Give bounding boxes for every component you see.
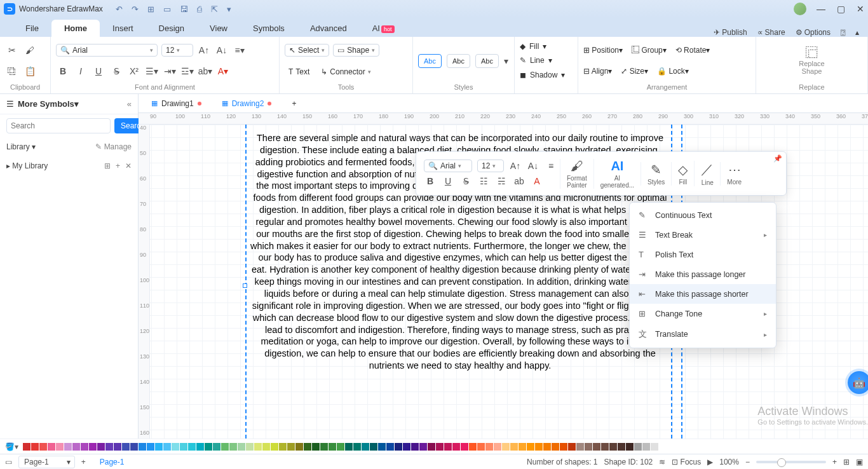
ft-line[interactable]: ／Line (694, 161, 720, 186)
add-page-button[interactable]: + (81, 458, 86, 466)
color-swatch[interactable] (585, 443, 592, 451)
ft-strike-icon[interactable]: S̶ (459, 175, 472, 187)
color-swatch[interactable] (535, 443, 543, 451)
ft-ai-generated[interactable]: AIAI generated... (593, 159, 641, 189)
page-name[interactable]: Page-1 (100, 458, 125, 466)
ai-change-tone[interactable]: ⊞Change Tone▸ (630, 304, 776, 323)
more-symbols-label[interactable]: More Symbols▾ (18, 99, 79, 109)
color-swatch[interactable] (593, 443, 600, 451)
color-swatch[interactable] (642, 443, 650, 451)
color-swatch[interactable] (304, 443, 311, 451)
color-swatch[interactable] (147, 443, 154, 451)
color-swatch[interactable] (436, 443, 444, 451)
color-swatch[interactable] (105, 443, 113, 451)
color-swatch[interactable] (130, 443, 138, 451)
font-family-dropdown[interactable]: 🔍 Arial▾ (56, 44, 158, 57)
paste-icon[interactable]: 📋 (23, 64, 37, 78)
copy-icon[interactable]: ⿻ (5, 64, 19, 78)
ai-polish-text[interactable]: TPolish Text (630, 245, 776, 264)
group-button[interactable]: ⿺ Group▾ (632, 46, 667, 55)
rotate-button[interactable]: ⟲ Rotate▾ (675, 46, 710, 55)
color-swatch[interactable] (262, 443, 270, 451)
collapse-ribbon-icon[interactable]: ▴ (855, 28, 859, 37)
color-swatch[interactable] (72, 443, 80, 451)
text-tool[interactable]: T Text (285, 66, 313, 78)
menu-symbols[interactable]: Symbols (240, 20, 297, 37)
color-swatch[interactable] (163, 443, 171, 451)
increase-font-icon[interactable]: A↑ (197, 43, 211, 57)
ft-more[interactable]: ⋯More (720, 162, 748, 186)
color-swatch[interactable] (320, 443, 328, 451)
color-swatch[interactable] (271, 443, 278, 451)
export-icon[interactable]: ⇱ (211, 4, 218, 14)
color-swatch[interactable] (568, 443, 576, 451)
color-swatch[interactable] (188, 443, 196, 451)
bucket-icon[interactable]: 🪣▾ (5, 442, 18, 451)
mylibrary-item[interactable]: ▸ My Library (6, 161, 48, 170)
tab-drawing1[interactable]: ▦Drawing1 (142, 96, 210, 111)
color-swatch[interactable] (205, 443, 212, 451)
position-button[interactable]: ⊞ Position▾ (583, 46, 623, 55)
color-swatch[interactable] (39, 443, 47, 451)
color-swatch[interactable] (287, 443, 295, 451)
color-swatch[interactable] (378, 443, 386, 451)
ft-underline-icon[interactable]: U (442, 175, 454, 187)
decrease-font-icon[interactable]: A↓ (215, 43, 229, 57)
color-swatch[interactable] (254, 443, 262, 451)
color-swatch[interactable] (609, 443, 617, 451)
indent-icon[interactable]: ⇥▾ (163, 64, 177, 78)
color-swatch[interactable] (345, 443, 353, 451)
ft-styles[interactable]: ✎Styles (641, 162, 671, 186)
ft-bold-icon[interactable]: B (424, 175, 437, 187)
ft-fill[interactable]: ◇Fill (671, 162, 694, 186)
color-swatch[interactable] (97, 443, 105, 451)
color-swatch[interactable] (337, 443, 344, 451)
color-swatch[interactable] (31, 443, 39, 451)
pin-icon[interactable]: 📌 (773, 154, 782, 163)
lib-add-icon[interactable]: + (116, 161, 120, 170)
shadow-button[interactable]: ◼ Shadow▾ (520, 71, 573, 79)
color-swatch[interactable] (651, 443, 658, 451)
menu-view[interactable]: View (197, 20, 240, 37)
zoom-out-icon[interactable]: − (745, 458, 750, 466)
line-spacing-icon[interactable]: ☰▾ (145, 64, 159, 78)
color-swatch[interactable] (246, 443, 254, 451)
strike-icon[interactable]: S̶ (109, 64, 123, 78)
color-swatch[interactable] (139, 443, 146, 451)
size-button[interactable]: ⤢ Size▾ (621, 67, 648, 76)
color-swatch[interactable] (172, 443, 179, 451)
ft-size-dropdown[interactable]: 12▾ (477, 160, 504, 172)
color-swatch[interactable] (329, 443, 336, 451)
ai-chat-bubble[interactable]: 🤖 (848, 371, 868, 394)
color-swatch[interactable] (576, 443, 584, 451)
color-swatch[interactable] (81, 443, 88, 451)
color-swatch[interactable] (370, 443, 377, 451)
color-swatch[interactable] (444, 443, 452, 451)
menu-advanced[interactable]: Advanced (297, 20, 360, 37)
bold-icon[interactable]: B (56, 64, 70, 78)
add-tab-button[interactable]: + (283, 96, 305, 111)
ft-increase-font-icon[interactable]: A↑ (509, 160, 522, 172)
share-button[interactable]: ∝ Share (757, 28, 785, 37)
color-swatch[interactable] (618, 443, 625, 451)
color-swatch[interactable] (452, 443, 460, 451)
color-swatch[interactable] (229, 443, 237, 451)
italic-icon[interactable]: I (74, 64, 88, 78)
color-swatch[interactable] (56, 443, 64, 451)
new-icon[interactable]: ⊞ (147, 4, 154, 14)
color-swatch[interactable] (519, 443, 526, 451)
collapse-panel-icon[interactable]: « (127, 99, 132, 109)
page-layout-icon[interactable]: ▭ (5, 458, 12, 466)
fullscreen-icon[interactable]: ▣ (856, 458, 863, 466)
zoom-slider[interactable] (756, 461, 826, 463)
list-icon[interactable]: ☲▾ (180, 64, 194, 78)
fit-page-icon[interactable]: ⊞ (843, 458, 850, 466)
ai-translate[interactable]: 文Translate▸ (630, 323, 776, 345)
color-swatch[interactable] (221, 443, 229, 451)
color-swatch[interactable] (543, 443, 551, 451)
format-painter-icon[interactable]: 🖌 (23, 43, 37, 57)
ai-continuous-text[interactable]: ✎Continuous Text (630, 205, 776, 225)
color-swatch[interactable] (279, 443, 287, 451)
ft-highlight-icon[interactable]: ab (513, 175, 526, 187)
menu-home[interactable]: Home (51, 20, 100, 37)
